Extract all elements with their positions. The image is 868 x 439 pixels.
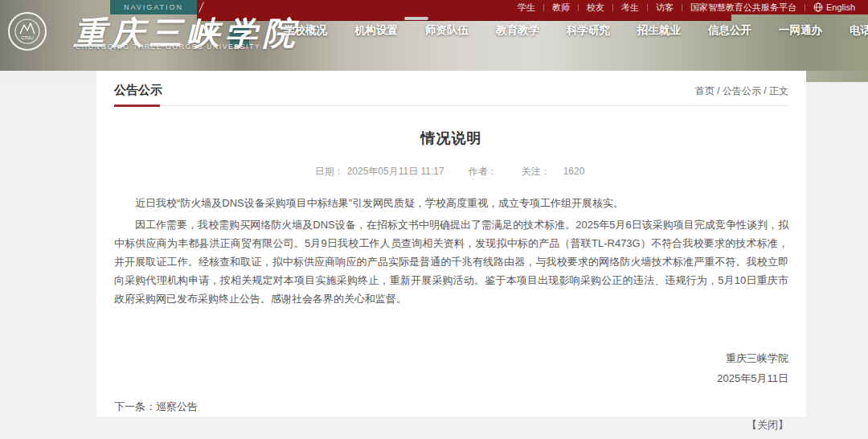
meta-views-label: 关注： bbox=[522, 166, 551, 177]
site-header: NAVIGATION CTGU 重庆三峡学院 CHONGQING THREE G… bbox=[0, 0, 868, 71]
university-seal-icon: CTGU bbox=[8, 12, 47, 51]
toplink-smart-education-platform[interactable]: 国家智慧教育公共服务平台 bbox=[682, 0, 805, 14]
section-divider bbox=[114, 105, 788, 108]
divider-red-accent bbox=[114, 105, 160, 107]
close-button[interactable]: 【关闭】 bbox=[747, 419, 788, 431]
university-name-en: CHONGQING THREE GORGES UNIVERSITY bbox=[76, 43, 260, 51]
article-paragraph: 因工作需要，我校需购买网络防火墙及DNS设备，在招标文书中明确提出了需满足的技术… bbox=[114, 215, 788, 308]
article-footer: 下一条：巡察公告 【关闭】 bbox=[114, 400, 788, 433]
nav-item-faculty[interactable]: 师资队伍 bbox=[411, 23, 482, 38]
divider-line bbox=[114, 105, 788, 106]
article-signature: 重庆三峡学院 2025年5月11日 bbox=[114, 348, 788, 388]
language-switch-english[interactable]: English bbox=[805, 0, 863, 14]
toplink-visitors[interactable]: 访客 bbox=[648, 0, 682, 14]
nav-item-school-overview[interactable]: 学校概况 bbox=[270, 23, 341, 38]
signature-date: 2025年5月11日 bbox=[114, 368, 788, 388]
toplink-candidates[interactable]: 考生 bbox=[613, 0, 647, 14]
main-navigation: 学校概况 机构设置 师资队伍 教育教学 科学研究 招生就业 信息公开 一网通办 … bbox=[270, 23, 868, 38]
article-paragraph: 近日我校“防火墙及DNS设备采购项目中标结果”引发网民质疑，学校高度重视，成立专… bbox=[114, 194, 788, 212]
signature-name: 重庆三峡学院 bbox=[114, 348, 788, 368]
prev-article-link[interactable]: 巡察公告 bbox=[156, 400, 198, 412]
nav-item-online-services[interactable]: 一网通办 bbox=[765, 23, 836, 38]
meta-date-label: 日期： bbox=[315, 166, 344, 177]
nav-item-admissions[interactable]: 招生就业 bbox=[624, 23, 694, 38]
toplink-teachers[interactable]: 教师 bbox=[544, 0, 578, 14]
meta-author-label: 作者： bbox=[469, 166, 497, 177]
toplink-students[interactable]: 学生 bbox=[510, 0, 543, 14]
article-meta: 日期：2025年05月11日 11:17作者：关注：1620 bbox=[114, 165, 788, 178]
nav-item-research[interactable]: 科学研究 bbox=[553, 23, 624, 38]
article-body: 近日我校“防火墙及DNS设备采购项目中标结果”引发网民质疑，学校高度重视，成立专… bbox=[114, 194, 788, 308]
toplink-alumni[interactable]: 校友 bbox=[579, 0, 612, 14]
prev-article-label: 下一条： bbox=[114, 400, 156, 412]
section-title: 公告公示 bbox=[114, 83, 162, 98]
nav-item-phone-directory[interactable]: 电话查询 bbox=[836, 23, 868, 38]
meta-date-value: 2025年05月11日 11:17 bbox=[347, 166, 444, 177]
breadcrumb[interactable]: 首页 / 公告公示 / 正文 bbox=[695, 84, 788, 98]
nav-item-organizations[interactable]: 机构设置 bbox=[341, 23, 411, 38]
content-card: 公告公示 首页 / 公告公示 / 正文 情况说明 日期：2025年05月11日 … bbox=[96, 71, 806, 416]
seal-text: CTGU bbox=[21, 35, 34, 40]
banner-gray-tab bbox=[404, 17, 428, 20]
globe-icon bbox=[813, 2, 823, 12]
topbar-links: 学生 教师 校友 考生 访客 国家智慧教育公共服务平台 English bbox=[510, 0, 863, 14]
article-title: 情况说明 bbox=[114, 129, 788, 148]
nav-item-info-disclosure[interactable]: 信息公开 bbox=[694, 23, 765, 38]
english-label: English bbox=[826, 0, 855, 14]
nav-item-education[interactable]: 教育教学 bbox=[482, 23, 553, 38]
meta-views-value: 1620 bbox=[563, 166, 585, 177]
